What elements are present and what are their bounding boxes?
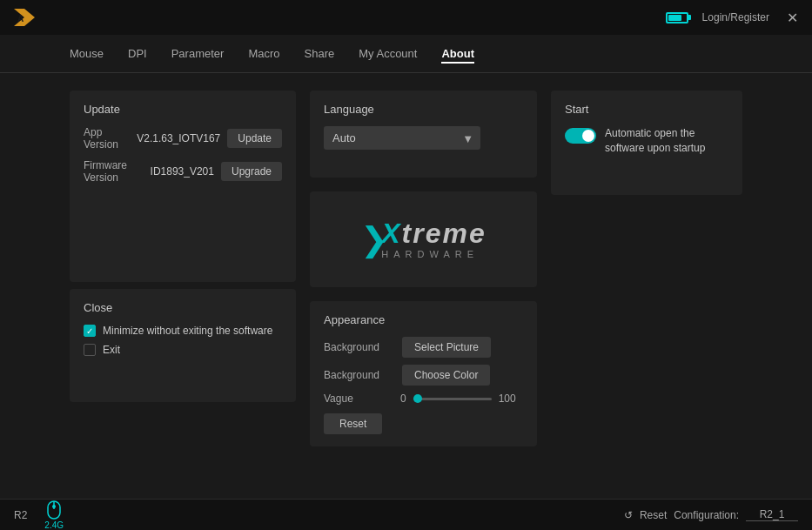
autostart-toggle[interactable]	[565, 128, 596, 144]
vague-min-value: 0	[400, 392, 406, 405]
appearance-panel: Appearance Background Select Picture Bac…	[310, 301, 537, 446]
navbar: Mouse DPI Parameter Macro Share My Accou…	[0, 35, 812, 73]
start-panel: Start Automatic open the software upon s…	[551, 91, 742, 195]
nav-my-account[interactable]: My Account	[359, 44, 417, 64]
status-reset-label[interactable]: Reset	[640, 509, 667, 521]
statusbar: R2 2.4G ↺ Reset Configuration: R2_1	[0, 499, 812, 530]
firmware-value: ID1893_V201	[151, 165, 214, 178]
titlebar-left: A	[10, 3, 38, 31]
svg-point-4	[52, 505, 56, 508]
wifi-label: 2.4G	[44, 520, 64, 530]
nav-about[interactable]: About	[441, 44, 474, 64]
battery-icon	[666, 12, 688, 23]
minimize-checkbox[interactable]	[84, 325, 96, 337]
toggle-thumb	[582, 130, 594, 142]
vague-label: Vague	[324, 392, 393, 405]
app-version-value: V2.1.63_IOTV167	[137, 132, 220, 144]
firmware-label: Firmware Version	[84, 159, 144, 184]
language-panel: Language Auto English Chinese German Fre…	[310, 91, 537, 178]
update-button[interactable]: Update	[227, 129, 282, 148]
select-picture-button[interactable]: Select Picture	[402, 337, 491, 358]
bg-color-label: Background	[324, 369, 393, 381]
upgrade-button[interactable]: Upgrade	[221, 162, 282, 181]
xtreme-x-letter: X	[381, 218, 401, 249]
titlebar: A Login/Register ✕	[0, 0, 812, 35]
xtreme-rest: treme	[402, 218, 487, 249]
update-title: Update	[84, 103, 282, 116]
nav-parameter[interactable]: Parameter	[171, 44, 225, 64]
bg-color-row: Background Choose Color	[324, 365, 523, 386]
vague-max-value: 100	[499, 392, 516, 405]
appearance-title: Appearance	[324, 313, 523, 326]
main-content: Update App Version V2.1.63_IOTV167 Updat…	[0, 73, 812, 499]
config-value: R2_1	[746, 508, 798, 521]
nav-dpi[interactable]: DPI	[128, 44, 147, 64]
vague-row: Vague 0 100	[324, 392, 523, 405]
right-column: Start Automatic open the software upon s…	[551, 91, 742, 481]
nav-mouse[interactable]: Mouse	[70, 44, 104, 64]
app-logo: A	[10, 3, 38, 31]
nav-share[interactable]: Share	[305, 44, 335, 64]
hardware-text: HARDWARE	[381, 249, 487, 259]
language-select[interactable]: Auto English Chinese German French Spani…	[324, 126, 480, 150]
status-r2: R2	[14, 509, 27, 521]
logo-inner: ❯ Xtreme HARDWARE	[360, 219, 487, 259]
minimize-label: Minimize without exiting the software	[103, 325, 272, 337]
firmware-version-row: Firmware Version ID1893_V201 Upgrade	[84, 159, 282, 184]
svg-text:A: A	[17, 14, 23, 23]
vague-slider[interactable]	[413, 398, 492, 400]
autostart-row: Automatic open the software upon startup	[565, 126, 728, 156]
config-label: Configuration:	[674, 509, 739, 521]
xtreme-logo-area: ❯ Xtreme HARDWARE	[310, 191, 537, 287]
status-right: ↺ Reset Configuration: R2_1	[624, 508, 798, 521]
language-title: Language	[324, 103, 523, 116]
xtreme-main-text: Xtreme	[381, 219, 487, 247]
app-version-label: App Version	[84, 126, 130, 151]
choose-color-button[interactable]: Choose Color	[402, 365, 490, 386]
middle-column: Language Auto English Chinese German Fre…	[310, 91, 537, 481]
app-version-row: App Version V2.1.63_IOTV167 Update	[84, 126, 282, 151]
mouse-icon-container: 2.4G	[44, 500, 64, 530]
bg-picture-row: Background Select Picture	[324, 337, 523, 358]
close-panel: Close Minimize without exiting the softw…	[70, 289, 296, 402]
nav-macro[interactable]: Macro	[248, 44, 279, 64]
language-select-wrapper: Auto English Chinese German French Spani…	[324, 126, 480, 150]
titlebar-right: Login/Register ✕	[666, 10, 802, 26]
update-panel: Update App Version V2.1.63_IOTV167 Updat…	[70, 91, 296, 282]
xtreme-text-group: Xtreme HARDWARE	[381, 219, 487, 259]
exit-label: Exit	[103, 344, 120, 356]
mouse-icon	[46, 500, 62, 520]
appearance-reset-button[interactable]: Reset	[324, 413, 382, 434]
start-title: Start	[565, 103, 728, 116]
autostart-label: Automatic open the software upon startup	[605, 126, 728, 156]
minimize-row: Minimize without exiting the software	[84, 325, 282, 337]
window-close-button[interactable]: ✕	[783, 10, 802, 26]
xtreme-logo: ❯ Xtreme HARDWARE	[360, 219, 487, 259]
reset-icon: ↺	[624, 509, 633, 521]
login-register-button[interactable]: Login/Register	[702, 11, 769, 23]
exit-checkbox[interactable]	[84, 344, 96, 356]
close-title: Close	[84, 301, 282, 314]
bg-picture-label: Background	[324, 341, 393, 353]
exit-row: Exit	[84, 344, 282, 356]
